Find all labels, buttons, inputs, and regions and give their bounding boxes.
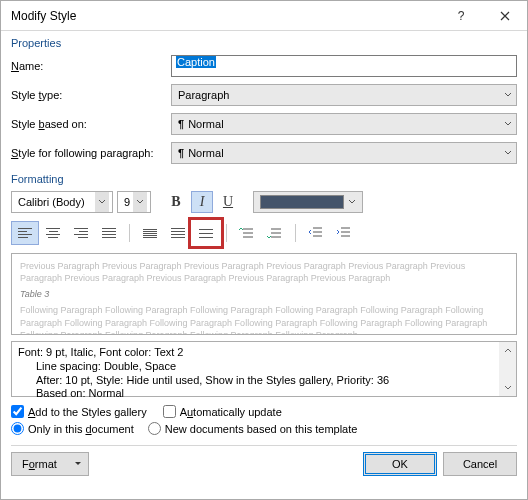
font-size-combo[interactable]: 9 bbox=[117, 191, 151, 213]
desc-line: After: 10 pt, Style: Hide until used, Sh… bbox=[18, 374, 510, 388]
following-value: Normal bbox=[188, 147, 223, 159]
basedon-label: Style based on: bbox=[11, 118, 171, 130]
chevron-down-icon bbox=[95, 192, 109, 212]
separator bbox=[226, 224, 227, 242]
space-before-icon bbox=[239, 226, 255, 240]
styletype-value: Paragraph bbox=[178, 89, 229, 101]
space-before-inc-button[interactable] bbox=[233, 221, 261, 245]
styletype-row: Style type: Paragraph bbox=[11, 84, 517, 106]
font-color-combo[interactable] bbox=[253, 191, 363, 213]
align-justify-button[interactable] bbox=[95, 221, 123, 245]
align-right-button[interactable] bbox=[67, 221, 95, 245]
space-after-icon bbox=[267, 226, 283, 240]
chevron-down-icon bbox=[504, 89, 512, 101]
close-button[interactable] bbox=[483, 1, 527, 31]
underline-button[interactable]: U bbox=[217, 191, 239, 213]
styletype-combo[interactable]: Paragraph bbox=[171, 84, 517, 106]
indent-left-icon bbox=[308, 226, 324, 240]
scroll-down-icon[interactable] bbox=[499, 379, 516, 396]
spacing-single-button[interactable] bbox=[136, 221, 164, 245]
radio-row: Only in this document New documents base… bbox=[11, 422, 517, 435]
spacing-onehalf-button[interactable] bbox=[164, 221, 192, 245]
style-preview: Previous Paragraph Previous Paragraph Pr… bbox=[11, 253, 517, 335]
desc-line: Font: 9 pt, Italic, Font color: Text 2 bbox=[18, 346, 510, 360]
dialog-title: Modify Style bbox=[11, 9, 439, 23]
divider bbox=[11, 445, 517, 446]
button-row: Format OK Cancel bbox=[11, 452, 517, 476]
close-icon bbox=[500, 11, 510, 21]
separator bbox=[295, 224, 296, 242]
properties-group-label: Properties bbox=[11, 37, 517, 49]
format-button[interactable]: Format bbox=[11, 452, 89, 476]
name-row: Name: Caption bbox=[11, 55, 517, 77]
following-row: Style for following paragraph: ¶ Normal bbox=[11, 142, 517, 164]
formatting-group-label: Formatting bbox=[11, 173, 517, 185]
chevron-down-icon bbox=[504, 118, 512, 130]
paragraph-toolbar bbox=[11, 221, 517, 245]
chevron-down-icon bbox=[74, 460, 82, 468]
auto-update-checkbox[interactable]: Automatically update bbox=[163, 405, 282, 418]
dialog-content: Properties Name: Caption Style type: Par… bbox=[1, 31, 527, 499]
indent-increase-button[interactable] bbox=[330, 221, 358, 245]
chevron-down-icon bbox=[504, 147, 512, 159]
ok-button[interactable]: OK bbox=[363, 452, 437, 476]
align-left-button[interactable] bbox=[11, 221, 39, 245]
desc-line: Line spacing: Double, Space bbox=[18, 360, 510, 374]
cancel-button[interactable]: Cancel bbox=[443, 452, 517, 476]
font-toolbar: Calibri (Body) 9 B I U bbox=[11, 191, 517, 213]
following-label: Style for following paragraph: bbox=[11, 147, 171, 159]
paragraph-icon: ¶ bbox=[178, 118, 184, 130]
following-combo[interactable]: ¶ Normal bbox=[171, 142, 517, 164]
italic-button[interactable]: I bbox=[191, 191, 213, 213]
paragraph-icon: ¶ bbox=[178, 147, 184, 159]
new-docs-radio[interactable]: New documents based on this template bbox=[148, 422, 358, 435]
space-before-dec-button[interactable] bbox=[261, 221, 289, 245]
add-to-gallery-checkbox[interactable]: Add to the Styles gallery bbox=[11, 405, 147, 418]
scroll-up-icon[interactable] bbox=[499, 342, 516, 359]
desc-line: Based on: Normal bbox=[18, 387, 510, 401]
preview-sample: Table 3 bbox=[20, 288, 508, 300]
modify-style-dialog: Modify Style ? Properties Name: Caption … bbox=[0, 0, 528, 500]
styletype-label: Style type: bbox=[11, 89, 171, 101]
separator bbox=[129, 224, 130, 242]
basedon-combo[interactable]: ¶ Normal bbox=[171, 113, 517, 135]
preview-previous: Previous Paragraph Previous Paragraph Pr… bbox=[20, 260, 508, 284]
style-description: Font: 9 pt, Italic, Font color: Text 2 L… bbox=[11, 341, 517, 397]
name-input[interactable]: Caption bbox=[171, 55, 517, 77]
basedon-row: Style based on: ¶ Normal bbox=[11, 113, 517, 135]
chevron-down-icon bbox=[133, 192, 147, 212]
color-swatch bbox=[260, 195, 344, 209]
scrollbar[interactable] bbox=[499, 342, 516, 396]
chevron-down-icon bbox=[345, 192, 359, 212]
help-button[interactable]: ? bbox=[439, 1, 483, 31]
indent-right-icon bbox=[336, 226, 352, 240]
align-center-button[interactable] bbox=[39, 221, 67, 245]
preview-following: Following Paragraph Following Paragraph … bbox=[20, 304, 508, 335]
name-label: Name: bbox=[11, 60, 171, 72]
basedon-value: Normal bbox=[188, 118, 223, 130]
spacing-double-button[interactable] bbox=[192, 221, 220, 245]
font-family-combo[interactable]: Calibri (Body) bbox=[11, 191, 113, 213]
bold-button[interactable]: B bbox=[165, 191, 187, 213]
checkbox-row: Add to the Styles gallery Automatically … bbox=[11, 405, 517, 418]
titlebar: Modify Style ? bbox=[1, 1, 527, 31]
only-this-doc-radio[interactable]: Only in this document bbox=[11, 422, 134, 435]
indent-decrease-button[interactable] bbox=[302, 221, 330, 245]
